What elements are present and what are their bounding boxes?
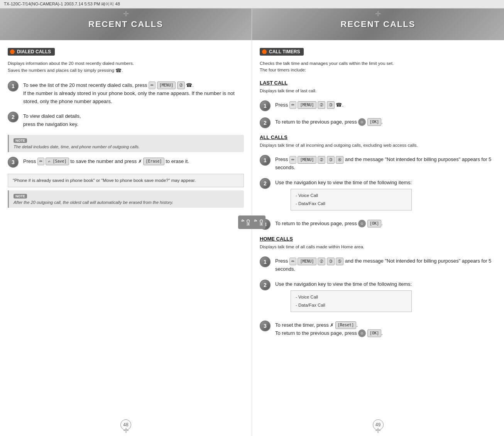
hc-key5: ➄ bbox=[336, 258, 343, 265]
reset-icon: ✗ bbox=[330, 322, 334, 329]
dialed-calls-label: DIALED CALLS bbox=[8, 48, 55, 56]
ok-key-hc: [OK] bbox=[367, 329, 381, 337]
call-timers-text: CALL TIMERS bbox=[269, 49, 300, 54]
note-wrapper-1: NOTE The detail includes date, time, and… bbox=[8, 135, 244, 152]
step-1: 1 To see the list of the 20 most recentl… bbox=[8, 81, 244, 106]
key-2: ➁ bbox=[177, 81, 185, 89]
info-box: "Phone # is already saved in phone book"… bbox=[8, 174, 244, 187]
note-text-2: After the 20 outgoing call, the oldest c… bbox=[14, 200, 239, 205]
call-timers-label: CALL TIMERS bbox=[260, 48, 304, 56]
ok-key-lc: [OK] bbox=[367, 118, 381, 126]
step-circle-1: 1 bbox=[8, 81, 19, 92]
ok-icon-hc: ⊙ bbox=[358, 329, 366, 337]
hc-step-circle-3: 3 bbox=[260, 321, 271, 331]
step-2-text: To view dialed call details, press the n… bbox=[23, 112, 81, 129]
home-calls-header: HOME CALLS bbox=[260, 236, 496, 242]
ok-icon-ac: ⊙ bbox=[358, 220, 366, 227]
lc-menu-key: [MENU] bbox=[298, 101, 316, 109]
lc-phone: ☎ bbox=[336, 101, 342, 109]
all-calls-header: ALL CALLS bbox=[260, 134, 496, 140]
left-page: ✛ RECENT CALLS DIALED CALLS Displays inf… bbox=[0, 8, 252, 436]
note-label-2: NOTE bbox=[14, 194, 27, 198]
left-title: RECENT CALLS bbox=[0, 19, 252, 29]
menu-key-1: [MENU] bbox=[157, 81, 176, 89]
lc-menu-icon: ✏ bbox=[289, 101, 296, 109]
ac-key2: ➁ bbox=[318, 156, 325, 164]
home-calls-desc: Displays talk time of all calls made wit… bbox=[260, 244, 496, 250]
ac-key3: ➂ bbox=[327, 156, 335, 164]
dialed-intro: Displays information about the 20 most r… bbox=[8, 60, 244, 75]
hc-items-box: - Voice Call- Data/Fax Call bbox=[291, 290, 412, 312]
section-dot bbox=[10, 49, 15, 54]
note-text-1: The detail includes date, time, and phon… bbox=[14, 144, 239, 149]
ac-menu-key: [MENU] bbox=[298, 156, 316, 164]
right-page: ✛ RECENT CALLS CALL TIMERS Checks the ta… bbox=[252, 8, 504, 436]
hc-key2: ➁ bbox=[318, 258, 325, 265]
ac-step-3-text: To return to the previous page, press ⊙ … bbox=[275, 219, 383, 228]
note-label-1: NOTE bbox=[14, 138, 27, 143]
erase-key: [Erase] bbox=[143, 158, 164, 165]
last-call-header: LAST CALL bbox=[260, 80, 496, 86]
menu-icon-3: ✏ bbox=[37, 158, 44, 165]
reset-key: [Reset] bbox=[335, 321, 356, 329]
last-call-desc: Displays talk time of last call. bbox=[260, 88, 496, 94]
hc-step-2-text: Use the navigation key to view the time … bbox=[275, 280, 412, 314]
top-bar: TX-120C-7/14(NO-CAMERA)-1 2003.7.14 5:53… bbox=[0, 0, 504, 8]
lc-step-circle-2: 2 bbox=[260, 117, 271, 128]
phone-icon: ☎ bbox=[115, 67, 122, 75]
section-dot-r bbox=[262, 49, 267, 54]
right-title: RECENT CALLS bbox=[252, 19, 504, 29]
all-calls-step-3: 3 To return to the previous page, press … bbox=[260, 219, 496, 230]
home-calls-step-2: 2 Use the navigation key to view the tim… bbox=[260, 280, 496, 314]
lc-step-circle-1: 1 bbox=[260, 100, 271, 111]
hc-step-circle-1: 1 bbox=[260, 256, 271, 267]
ac-step-2-text: Use the navigation key to view the time … bbox=[275, 178, 412, 213]
step-3: 3 Press ✏ ✍ [Save] to save the number an… bbox=[8, 157, 244, 168]
step-3-text: Press ✏ ✍ [Save] to save the number and … bbox=[23, 157, 189, 166]
menu-icon-1: ✏ bbox=[149, 81, 156, 89]
hc-menu-key: [MENU] bbox=[298, 258, 316, 265]
step-2: 2 To view dialed call details, press the… bbox=[8, 112, 244, 129]
hc-menu-icon: ✏ bbox=[289, 258, 296, 265]
phone-icon-2: ☎ bbox=[186, 81, 192, 90]
ac-key4: ➃ bbox=[336, 156, 343, 164]
hc-step-1-text: Press ✏ [MENU] ➁ ➂ ➄ and the message "No… bbox=[275, 256, 496, 273]
chapter-tab-right: CH4 bbox=[251, 215, 266, 229]
ac-menu-icon: ✏ bbox=[289, 156, 296, 164]
last-call-step-1: 1 Press ✏ [MENU] ➁ ➂ ☎. bbox=[260, 100, 496, 111]
note-wrapper-2: NOTE After the 20 outgoing call, the old… bbox=[8, 190, 244, 208]
ok-key-ac: [OK] bbox=[367, 220, 381, 227]
all-calls-desc: Displays talk time of all incoming and o… bbox=[260, 142, 496, 149]
erase-icon: ✗ bbox=[138, 158, 142, 165]
step-circle-2: 2 bbox=[8, 112, 19, 122]
right-page-number: 49 bbox=[373, 419, 384, 430]
lc-step-1-text: Press ✏ [MENU] ➁ ➂ ☎. bbox=[275, 100, 343, 109]
left-page-body: Displays information about the 20 most r… bbox=[0, 60, 252, 208]
last-call-step-2: 2 To return to the previous page, press … bbox=[260, 117, 496, 128]
hc-step-circle-2: 2 bbox=[260, 280, 271, 290]
left-page-number: 48 bbox=[120, 419, 131, 430]
ok-icon-lc: ⊙ bbox=[358, 118, 366, 126]
all-calls-step-2: 2 Use the navigation key to view the tim… bbox=[260, 178, 496, 213]
save-key: ✍ [Save] bbox=[46, 158, 69, 165]
step-1-text: To see the list of the 20 most recently … bbox=[23, 81, 244, 106]
home-calls-step-3: 3 To reset the timer, press ✗ [Reset]. T… bbox=[260, 321, 496, 338]
hc-key3: ➂ bbox=[327, 258, 335, 265]
lc-key2: ➁ bbox=[318, 101, 325, 109]
right-page-body: Checks the talk time and manages your ca… bbox=[252, 60, 504, 337]
timers-intro: Checks the talk time and manages your ca… bbox=[260, 60, 496, 74]
crosshair-top-left: ✛ bbox=[123, 10, 129, 17]
ac-step-circle-1: 1 bbox=[260, 155, 271, 166]
ac-items-box: - Voice Call- Data/Fax Call bbox=[291, 189, 412, 210]
note-box-2: NOTE After the 20 outgoing call, the old… bbox=[8, 190, 244, 208]
all-calls-step-1: 1 Press ✏ [MENU] ➁ ➂ ➃ and the message "… bbox=[260, 155, 496, 172]
ac-step-1-text: Press ✏ [MENU] ➁ ➂ ➃ and the message "No… bbox=[275, 155, 496, 172]
crosshair-top-right: ✛ bbox=[375, 10, 381, 17]
lc-step-2-text: To return to the previous page, press ⊙ … bbox=[275, 117, 383, 126]
ac-step-circle-2: 2 bbox=[260, 178, 271, 189]
dialed-calls-text: DIALED CALLS bbox=[17, 49, 51, 54]
top-bar-text: TX-120C-7/14(NO-CAMERA)-1 2003.7.14 5:53… bbox=[4, 2, 120, 6]
step-circle-3: 3 bbox=[8, 157, 19, 168]
hc-step-3-text: To reset the timer, press ✗ [Reset]. To … bbox=[275, 321, 383, 338]
chapter-tab-left: CH4 bbox=[238, 215, 252, 229]
